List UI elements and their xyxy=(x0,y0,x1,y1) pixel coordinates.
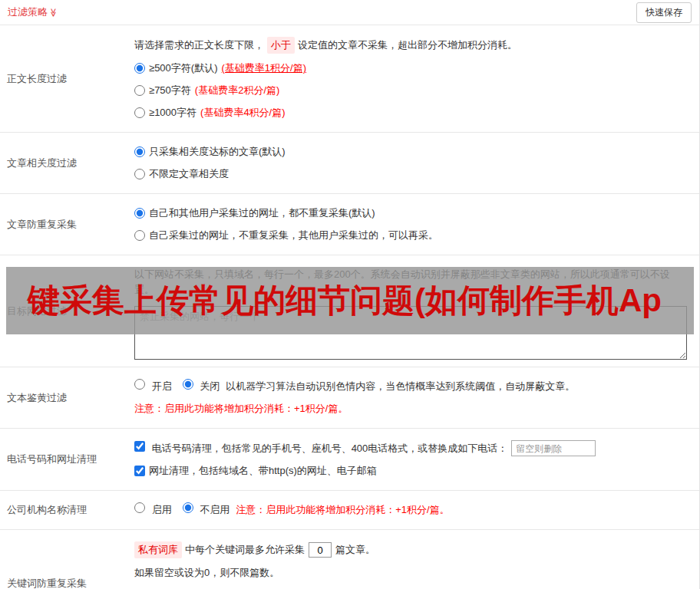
company-clean-on-option[interactable]: 启用 xyxy=(134,502,172,518)
porn-on-label: 开启 xyxy=(152,380,172,392)
length-750-note: (基础费率2积分/篇) xyxy=(195,83,280,98)
length-500-label: ≥500字符(默认) xyxy=(149,61,217,76)
porn-off-radio[interactable] xyxy=(183,379,193,390)
porn-filter-label: 文本鉴黄过滤 xyxy=(0,367,134,428)
relevance-strict-radio[interactable] xyxy=(134,146,145,157)
dedup-option-self[interactable]: 自己采集过的网址，不重复采集，其他用户采集过的，可以再采。 xyxy=(134,228,693,243)
intro-before: 请选择需求的正文长度下限， xyxy=(134,38,264,53)
company-clean-on-radio[interactable] xyxy=(134,502,145,513)
dedup-self-radio[interactable] xyxy=(134,230,145,241)
relevance-any-radio[interactable] xyxy=(134,169,145,179)
phone-url-clean-label: 电话号码和网址清理 xyxy=(0,429,134,490)
relevance-option-any[interactable]: 不限定文章相关度 xyxy=(134,166,693,182)
length-1000-radio[interactable] xyxy=(134,107,145,118)
phone-clean-option[interactable]: 电话号码清理，包括常见的手机号、座机号、400电话格式，或替换成如下电话： xyxy=(134,441,507,456)
length-1000-label: ≥1000字符 xyxy=(149,105,196,120)
private-lexicon-tag[interactable]: 私有词库 xyxy=(134,541,182,558)
row-length-filter: 正文长度过滤 请选择需求的正文长度下限， 小于 设定值的文章不采集，超出部分不增… xyxy=(0,25,699,133)
relevance-strict-label: 只采集相关度达标的文章(默认) xyxy=(149,144,286,160)
target-site-filter-content: 以下网站不采集，只填域名，每行一个，最多200个。系统会自动识别并屏蔽那些非文章… xyxy=(134,255,699,367)
dedup-filter-content: 自己和其他用户采集过的网址，都不重复采集(默认) 自己采集过的网址，不重复采集，… xyxy=(134,194,699,255)
chevron-down-icon: ≫ xyxy=(48,8,58,18)
company-clean-label: 公司机构名称清理 xyxy=(0,491,134,529)
phone-clean-checkbox[interactable] xyxy=(134,441,145,452)
filter-strategy-page: 过滤策略≫ 快速保存 正文长度过滤 请选择需求的正文长度下限， 小于 设定值的文… xyxy=(0,0,700,589)
keyword-dedup-label: 关键词防重复采集 xyxy=(0,530,134,589)
replacement-phone-input[interactable] xyxy=(511,440,596,456)
phone-url-clean-content: 电话号码清理，包括常见的手机号、座机号、400电话格式，或替换成如下电话： 网址… xyxy=(134,429,699,490)
length-filter-intro: 请选择需求的正文长度下限， 小于 设定值的文章不采集，超出部分不增加积分消耗。 xyxy=(134,37,693,54)
keyword-dedup-line2: 如果留空或设为0，则不限篇数。 xyxy=(134,565,693,581)
length-filter-content: 请选择需求的正文长度下限， 小于 设定值的文章不采集，超出部分不增加积分消耗。 … xyxy=(134,25,699,132)
intro-highlight: 小于 xyxy=(267,37,295,54)
row-target-site-filter: 目标网站过滤 以下网站不采集，只填域名，每行一个，最多200个。系统会自动识别并… xyxy=(0,255,699,367)
length-500-radio[interactable] xyxy=(134,63,145,74)
intro-after: 设定值的文章不采集，超出部分不增加积分消耗。 xyxy=(298,38,517,53)
row-porn-filter: 文本鉴黄过滤 开启 关闭 以机器学习算法自动识别色情内容，当色情概率达到系统阈值… xyxy=(0,367,699,429)
relevance-option-strict[interactable]: 只采集相关度达标的文章(默认) xyxy=(134,144,693,160)
length-option-500[interactable]: ≥500字符(默认) (基础费率1积分/篇) xyxy=(134,61,693,76)
dedup-global-radio[interactable] xyxy=(134,208,145,219)
company-clean-off-radio[interactable] xyxy=(183,502,193,513)
keyword-dedup-line1-after: 篇文章。 xyxy=(335,542,375,558)
company-clean-warning: 注意：启用此功能将增加积分消耗：+1积分/篇。 xyxy=(236,502,449,518)
dedup-global-label: 自己和其他用户采集过的网址，都不重复采集(默认) xyxy=(149,206,375,221)
porn-filter-content: 开启 关闭 以机器学习算法自动识别色情内容，当色情概率达到系统阈值，自动屏蔽文章… xyxy=(134,367,699,428)
dedup-option-global[interactable]: 自己和其他用户采集过的网址，都不重复采集(默认) xyxy=(134,206,693,221)
length-option-1000[interactable]: ≥1000字符 (基础费率4积分/篇) xyxy=(134,105,693,120)
row-company-clean: 公司机构名称清理 启用 不启用 注意：启用此功能将增加积分消耗：+1积分/篇。 xyxy=(0,491,699,530)
keyword-dedup-line1: 私有词库 中每个关键词最多允许采集 篇文章。 xyxy=(134,541,693,558)
phone-clean-item: 电话号码清理，包括常见的手机号、座机号、400电话格式，或替换成如下电话： xyxy=(134,440,693,456)
row-keyword-dedup: 关键词防重复采集 私有词库 中每个关键词最多允许采集 篇文章。 如果留空或设为0… xyxy=(0,530,699,589)
target-site-desc: 以下网站不采集，只填域名，每行一个，最多200个。系统会自动识别并屏蔽那些非文章… xyxy=(134,267,687,298)
dedup-filter-label: 文章防重复采集 xyxy=(0,194,134,255)
keyword-dedup-content: 私有词库 中每个关键词最多允许采集 篇文章。 如果留空或设为0，则不限篇数。 如… xyxy=(134,530,699,589)
relevance-filter-content: 只采集相关度达标的文章(默认) 不限定文章相关度 xyxy=(134,133,699,193)
relevance-filter-label: 文章相关度过滤 xyxy=(0,133,134,193)
porn-option-off[interactable]: 关闭 xyxy=(183,379,220,394)
porn-option-on[interactable]: 开启 xyxy=(134,379,172,394)
company-clean-content: 启用 不启用 注意：启用此功能将增加积分消耗：+1积分/篇。 xyxy=(134,491,699,529)
quick-save-button[interactable]: 快速保存 xyxy=(636,2,692,23)
company-clean-on-label: 启用 xyxy=(152,504,172,515)
page-title-text: 过滤策略 xyxy=(8,6,48,18)
length-750-radio[interactable] xyxy=(134,85,145,96)
relevance-any-label: 不限定文章相关度 xyxy=(149,166,229,182)
porn-off-label: 关闭 xyxy=(200,380,220,392)
length-500-note: (基础费率1积分/篇) xyxy=(221,61,306,76)
porn-on-radio[interactable] xyxy=(134,379,145,390)
company-clean-options: 启用 不启用 注意：启用此功能将增加积分消耗：+1积分/篇。 xyxy=(134,502,693,518)
porn-filter-warning: 注意：启用此功能将增加积分消耗：+1积分/篇。 xyxy=(134,401,693,416)
url-clean-checkbox[interactable] xyxy=(134,466,145,476)
phone-clean-label: 电话号码清理，包括常见的手机号、座机号、400电话格式，或替换成如下电话： xyxy=(152,443,508,454)
row-dedup-filter: 文章防重复采集 自己和其他用户采集过的网址，都不重复采集(默认) 自己采集过的网… xyxy=(0,194,699,255)
url-clean-option[interactable]: 网址清理，包括纯域名、带http(s)的网址、电子邮箱 xyxy=(134,463,693,479)
company-clean-off-option[interactable]: 不启用 xyxy=(183,502,230,518)
max-articles-input[interactable] xyxy=(309,542,332,558)
page-title[interactable]: 过滤策略≫ xyxy=(8,5,58,19)
target-site-filter-label: 目标网站过滤 xyxy=(0,255,134,367)
porn-filter-desc: 以机器学习算法自动识别色情内容，当色情概率达到系统阈值，自动屏蔽文章。 xyxy=(226,379,575,394)
length-filter-label: 正文长度过滤 xyxy=(0,25,134,132)
length-1000-note: (基础费率4积分/篇) xyxy=(200,105,286,120)
blocked-sites-textarea[interactable] xyxy=(134,306,687,360)
url-clean-label: 网址清理，包括纯域名、带http(s)的网址、电子邮箱 xyxy=(149,463,377,479)
length-option-750[interactable]: ≥750字符 (基础费率2积分/篇) xyxy=(134,83,693,98)
dedup-self-label: 自己采集过的网址，不重复采集，其他用户采集过的，可以再采。 xyxy=(149,228,438,243)
length-750-label: ≥750字符 xyxy=(149,83,191,98)
page-header: 过滤策略≫ 快速保存 xyxy=(0,0,699,25)
row-phone-url-clean: 电话号码和网址清理 电话号码清理，包括常见的手机号、座机号、400电话格式，或替… xyxy=(0,429,699,491)
row-relevance-filter: 文章相关度过滤 只采集相关度达标的文章(默认) 不限定文章相关度 xyxy=(0,133,699,194)
company-clean-off-label: 不启用 xyxy=(200,504,229,515)
porn-filter-options: 开启 关闭 以机器学习算法自动识别色情内容，当色情概率达到系统阈值，自动屏蔽文章… xyxy=(134,379,693,394)
keyword-dedup-line1-mid: 中每个关键词最多允许采集 xyxy=(185,542,305,558)
